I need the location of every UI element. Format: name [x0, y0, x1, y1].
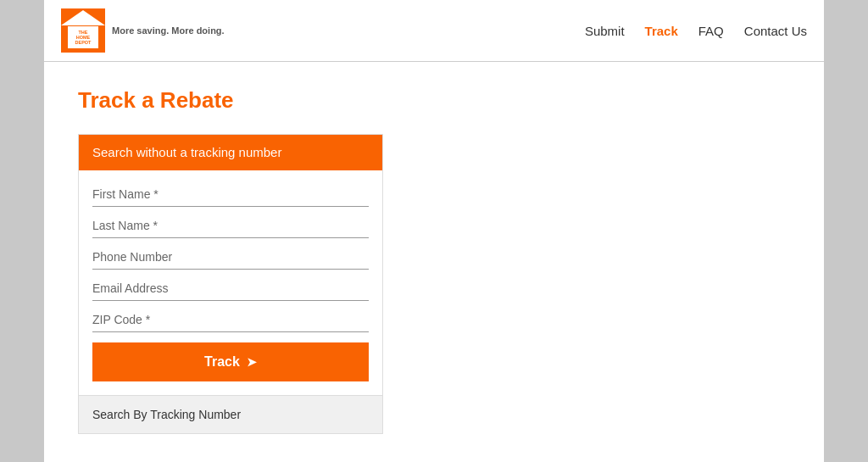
nav-faq[interactable]: FAQ: [698, 24, 724, 38]
search-by-tracking-number[interactable]: Search By Tracking Number: [79, 395, 382, 433]
phone-field: [92, 242, 369, 270]
phone-input[interactable]: [92, 242, 369, 270]
logo-body-text: THEHOMEDEPOT: [75, 30, 92, 45]
nav-contact[interactable]: Contact Us: [744, 24, 807, 38]
tagline-part2: More doing.: [171, 25, 224, 36]
form-card: Search without a tracking number: [78, 134, 383, 434]
nav-submit[interactable]: Submit: [585, 24, 625, 38]
last-name-field: [92, 210, 369, 238]
track-chevron-icon: ➤: [247, 355, 257, 369]
track-button[interactable]: Track ➤: [92, 342, 369, 381]
track-button-label: Track: [204, 354, 240, 370]
form-fields: Track ➤: [79, 170, 382, 395]
main-content: THEHOMEDEPOT More saving. More doing. Su…: [44, 0, 824, 462]
search-without-tracking-label: Search without a tracking number: [92, 145, 281, 159]
email-input[interactable]: [92, 273, 369, 301]
form-card-header: Search without a tracking number: [79, 135, 382, 170]
page-container: THEHOMEDEPOT More saving. More doing. Su…: [0, 0, 868, 462]
logo-area: THEHOMEDEPOT More saving. More doing.: [61, 8, 225, 53]
logo-body: THEHOMEDEPOT: [68, 26, 98, 48]
logo-house-icon: [61, 10, 105, 25]
nav-track[interactable]: Track: [645, 24, 678, 38]
zip-field: [92, 304, 369, 332]
header: THEHOMEDEPOT More saving. More doing. Su…: [44, 0, 824, 62]
tagline: More saving. More doing.: [112, 25, 225, 36]
zip-input[interactable]: [92, 304, 369, 332]
first-name-field: [92, 179, 369, 207]
email-field: [92, 273, 369, 301]
page-title: Track a Rebate: [78, 87, 790, 114]
body-content: Track a Rebate Search without a tracking…: [44, 62, 824, 459]
first-name-input[interactable]: [92, 179, 369, 207]
home-depot-logo: THEHOMEDEPOT: [61, 8, 105, 53]
tagline-part1: More saving.: [112, 25, 169, 36]
last-name-input[interactable]: [92, 210, 369, 238]
nav-links: Submit Track FAQ Contact Us: [585, 24, 807, 38]
